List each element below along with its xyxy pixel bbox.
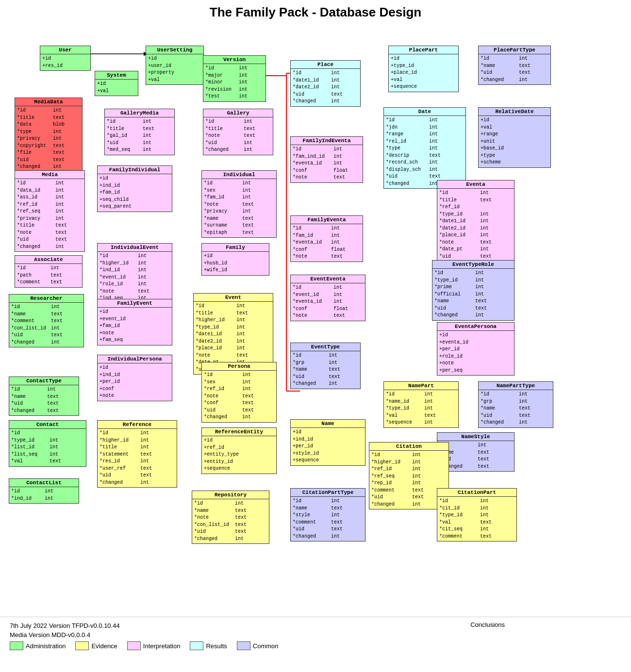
legend-results-box [190,641,203,650]
table-repository: Repository *idint *nametext *notetext *c… [192,491,269,544]
media-version: Media Version MDD-v0.0.0.4 [10,631,621,639]
table-name: Name +id +ind_id +per_id +style_id +sequ… [290,419,365,466]
table-individualevent: IndividualEvent *idint *higher_idint *in… [97,243,172,304]
table-relativedate: RelativeDate +id +val +range +unit +base… [478,107,551,168]
table-system: System +id +val [95,71,138,96]
table-persona: Persona *idint *sexint *ref_idint *notet… [201,362,277,423]
table-date: Date *idint *jdnint *rangeint *rel_idint… [383,107,466,189]
legend-admin-label: Administration [26,642,66,650]
legend-interpretation-box [127,641,141,650]
table-eventa: Eventa *idint *titletext *ref_id *type_i… [437,180,515,269]
legend-interpretation-label: Interpretation [143,642,181,650]
page-title: The Family Pack - Database Design [0,0,631,22]
legend-admin-box [10,641,23,650]
table-placeparttype: PlacePartType *idint *nametext *uidtext … [478,46,551,85]
legend-evidence-label: Evidence [91,642,117,650]
legend-results: Results [190,641,227,650]
table-contacttype: ContactType *idint *nametext *uidtext *c… [9,377,79,416]
conclusions-label: Conclusions [470,621,505,628]
table-individual: Individual *idint *sexint *fam_idint *no… [201,170,277,238]
legend-admin: Administration [10,641,66,650]
table-family: Family +id +husb_id +wife_id [201,243,269,276]
footer: 7th July 2022 Version TFPD-v0.0.10.44 Me… [0,617,631,672]
table-eventtyperole: EventTypeRole *idint *type_idint *primei… [432,260,515,321]
table-mediadata: MediaData *idint *titletext *datablob *t… [15,98,83,172]
legend-evidence: Evidence [75,641,117,650]
table-user: User +id +res_id [40,46,91,71]
table-familyindividual: FamilyIndividual +id +ind_id +fam_id +se… [97,165,172,212]
table-eventapersona: EventaPersona +id +eventa_id +per_id +ro… [437,322,515,376]
legend-common-label: Common [253,642,279,650]
version-info: 7th July 2022 Version TFPD-v0.0.10.44 [10,622,621,629]
table-familyevent: FamilyEvent +id +event_id +fam_id +note … [97,299,172,345]
table-media: Media *idint *data_idint *ass_idint *ref… [15,170,85,252]
table-namepart: NamePart *idint *name_idint *type_idint … [383,381,459,428]
table-usersetting: UserSetting +id +user_id +property +val [146,46,204,85]
table-contactlist: ContactList *idint *ind_idint [9,478,79,504]
legend-interpretation: Interpretation [127,641,181,650]
table-place: Place *idint *date1_idint *date2_idint *… [290,60,361,107]
table-nameparttype: NamePartType *idint *grpint *nametext *u… [478,381,553,428]
table-familyeventa: FamilyEventa *idint *fam_idint *eventa_i… [290,215,363,262]
table-referenceentity: ReferenceEntity +id +ref_id +entity_type… [201,427,277,474]
legend-evidence-box [75,641,89,650]
table-researcher: Researcher *idint *nametext *commenttext… [9,294,84,347]
table-individualpersona: IndividualPersona +id +ind_id +per_id +c… [97,355,172,401]
table-citationparttype: CitationPartType *idint *nametext *style… [290,488,365,541]
table-placepart: PlacePart +id +type_id +place_id +val +s… [388,46,459,92]
table-reference: Reference *idint *higher_idint *titleint… [97,420,177,488]
legend: Administration Evidence Interpretation R… [10,641,279,650]
legend-results-label: Results [206,642,227,650]
table-familyindeventa: FamilyIndEventa *idint *fam_ind_idint *e… [290,136,363,183]
table-gallerymedia: GalleryMedia *idint *titletext *gal_idin… [104,109,175,155]
legend-common-box [237,641,250,650]
diagram-area: User +id +res_id System +id +val UserSet… [0,22,631,614]
table-eventtype: EventType *idint *grpint *nametext *uidt… [290,343,361,389]
table-citationpart: CitationPart *idint *cit_idint *type_idi… [437,488,517,541]
table-gallery: Gallery *idint *titletext *notetext *uid… [203,109,273,155]
table-associate: Associate *idint *pathtext *commenttext [15,255,83,288]
table-eventeventa: EventEventa *idint *event_idint *eventa_… [290,275,365,321]
legend-common: Common [237,641,279,650]
table-version: Version *idint *majorint *minorint *revi… [203,55,266,102]
table-contact: Contact *id *type_idint *list_idint *lis… [9,420,86,467]
